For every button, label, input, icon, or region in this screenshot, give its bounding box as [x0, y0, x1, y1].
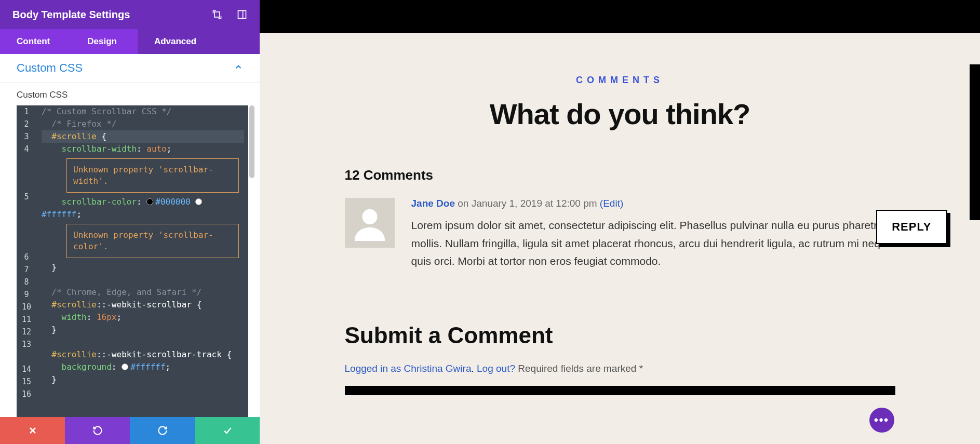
tab-content[interactable]: Content [0, 29, 66, 54]
line-gutter: 12345678910111213141516 [17, 105, 36, 400]
css-warning: Unknown property 'scrollbar-color'. [66, 224, 239, 258]
comments-eyebrow: COMMENTS [345, 75, 895, 86]
avatar [345, 198, 395, 248]
css-editor[interactable]: 12345678910111213141516 /* Custom Scroll… [17, 105, 248, 417]
comment-author[interactable]: Jane Doe [411, 198, 455, 209]
field-label: Custom CSS [0, 83, 260, 105]
comment-meta: Jane Doe on January 1, 2019 at 12:00 pm … [411, 198, 895, 209]
section-toggle-custom-css[interactable]: Custom CSS [0, 54, 260, 83]
reply-button[interactable]: REPLY [876, 210, 947, 244]
comment-date: on January 1, 2019 at 12:00 pm [458, 198, 597, 209]
redo-button[interactable] [130, 417, 195, 444]
chevron-up-icon [234, 62, 243, 74]
comments-count: 12 Comments [345, 167, 895, 183]
comment-item: Jane Doe on January 1, 2019 at 12:00 pm … [345, 198, 895, 271]
sidebar-title: Body Template Settings [12, 9, 212, 21]
save-button[interactable] [195, 417, 260, 444]
submit-comment-heading: Submit a Comment [345, 322, 895, 348]
floating-action-button[interactable]: ••• [869, 408, 894, 433]
close-button[interactable] [0, 417, 65, 444]
comment-edit-link[interactable]: (Edit) [600, 198, 623, 209]
tab-advanced[interactable]: Advanced [138, 29, 260, 54]
tab-design[interactable]: Design [66, 29, 138, 54]
sidebar-header: Body Template Settings [0, 0, 260, 29]
undo-button[interactable] [65, 417, 130, 444]
svg-rect-0 [214, 12, 220, 17]
sidebar-footer [0, 417, 260, 444]
sidebar-tabs: Content Design Advanced [0, 29, 260, 54]
accent-bar [970, 64, 980, 220]
comments-headline: What do you think? [345, 97, 895, 131]
svg-rect-1 [238, 11, 246, 19]
svg-point-5 [362, 209, 377, 224]
logout-link[interactable]: Log out? [477, 363, 515, 374]
scrollbar-thumb[interactable] [249, 105, 254, 178]
comment-text: Lorem ipsum dolor sit amet, consectetur … [411, 217, 895, 271]
logged-in-link[interactable]: Logged in as Christina Gwira [345, 363, 472, 374]
css-warning: Unknown property 'scrollbar-width'. [66, 158, 239, 193]
comment-textarea-top[interactable] [345, 386, 895, 395]
expand-icon[interactable] [212, 9, 222, 20]
dock-icon[interactable] [237, 9, 247, 20]
login-status-line: Logged in as Christina Gwira. Log out? R… [345, 363, 895, 374]
settings-sidebar: Body Template Settings Content Design Ad… [0, 0, 260, 444]
preview-area: COMMENTS What do you think? 12 Comments … [260, 0, 980, 444]
required-note: Required fields are marked * [518, 363, 643, 374]
section-title: Custom CSS [17, 61, 83, 75]
